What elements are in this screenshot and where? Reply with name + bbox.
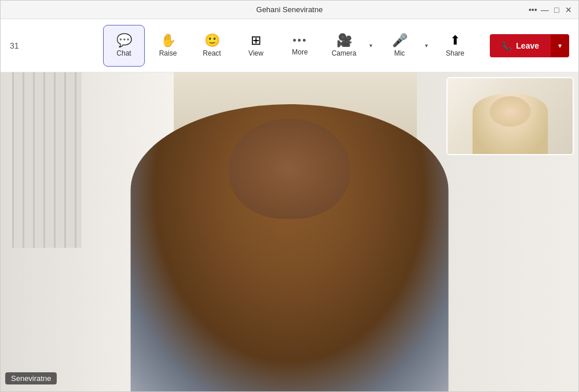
mic-arrow-button[interactable]: ▾: [420, 25, 432, 67]
view-icon: ⊞: [251, 34, 261, 47]
pip-video: [446, 77, 574, 155]
camera-button[interactable]: 🎥 Camera: [323, 25, 365, 67]
more-dots-icon: •••: [529, 5, 537, 14]
leave-group: 📞 Leave ▾: [490, 34, 569, 57]
mic-chevron-icon: ▾: [425, 42, 428, 49]
maximize-icon: □: [554, 5, 559, 14]
maximize-button[interactable]: □: [551, 2, 562, 18]
mic-group: 🎤 Mic ▾: [379, 25, 432, 67]
mic-label: Mic: [394, 49, 405, 57]
share-label: Share: [446, 49, 464, 57]
video-area: Seneviratne: [1, 72, 578, 391]
close-button[interactable]: ✕: [563, 2, 574, 18]
camera-icon: 🎥: [336, 34, 352, 47]
react-button[interactable]: 🙂 React: [191, 25, 233, 67]
react-icon: 🙂: [204, 34, 220, 47]
share-button[interactable]: ⬆ Share: [434, 25, 476, 67]
view-label: View: [248, 49, 263, 57]
chat-icon: 💬: [116, 34, 132, 47]
camera-chevron-icon: ▾: [369, 42, 372, 49]
minimize-button[interactable]: —: [540, 2, 551, 18]
pip-background: [448, 78, 573, 154]
more-button[interactable]: ••• More: [279, 25, 321, 67]
raise-button[interactable]: ✋ Raise: [147, 25, 189, 67]
react-label: React: [203, 49, 221, 57]
chat-button[interactable]: 💬 Chat: [103, 25, 145, 67]
more-label: More: [292, 48, 307, 56]
leave-button[interactable]: 📞 Leave: [490, 34, 551, 57]
bg-wall-slats: [12, 72, 82, 248]
leave-chevron-icon: ▾: [558, 42, 562, 50]
teams-window: Gehani Seneviratne ••• — □ ✕ 31 💬 Chat ✋: [0, 0, 579, 392]
title-bar-controls: ••• — □ ✕: [527, 2, 574, 18]
minimize-icon: —: [541, 5, 549, 14]
title-bar: Gehani Seneviratne ••• — □ ✕: [1, 1, 578, 19]
main-participant-body: [131, 104, 449, 391]
main-participant-name: Seneviratne: [11, 374, 51, 383]
leave-chevron-button[interactable]: ▾: [551, 34, 569, 57]
more-icon: •••: [293, 35, 307, 46]
leave-label: Leave: [516, 41, 539, 50]
toolbar-timer: 31: [10, 41, 19, 50]
camera-label: Camera: [332, 49, 357, 57]
raise-icon: ✋: [160, 34, 176, 47]
chat-label: Chat: [116, 49, 131, 57]
raise-label: Raise: [159, 49, 177, 57]
main-participant-face: [229, 119, 350, 219]
camera-arrow-button[interactable]: ▾: [365, 25, 376, 67]
mic-button[interactable]: 🎤 Mic: [379, 25, 420, 67]
camera-group: 🎥 Camera ▾: [323, 25, 376, 67]
share-icon: ⬆: [450, 34, 460, 47]
window-title: Gehani Seneviratne: [52, 5, 527, 14]
main-participant-name-badge: Seneviratne: [5, 372, 57, 384]
more-options-button[interactable]: •••: [527, 2, 538, 18]
phone-icon: 📞: [501, 41, 511, 50]
mic-icon: 🎤: [392, 34, 408, 47]
view-button[interactable]: ⊞ View: [235, 25, 277, 67]
close-icon: ✕: [565, 5, 572, 14]
pip-participant-face: [489, 96, 530, 126]
pip-participant-body: [472, 93, 548, 154]
toolbar: 31 💬 Chat ✋ Raise 🙂 React ⊞ View ••• Mor…: [1, 19, 578, 72]
